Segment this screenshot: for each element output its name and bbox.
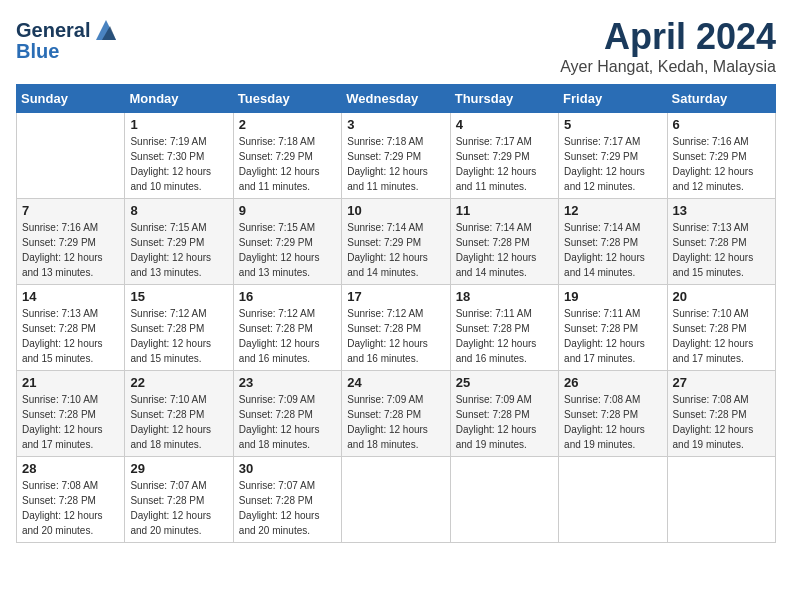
calendar-cell: 8Sunrise: 7:15 AMSunset: 7:29 PMDaylight… bbox=[125, 199, 233, 285]
day-info: Sunrise: 7:10 AMSunset: 7:28 PMDaylight:… bbox=[673, 306, 770, 366]
day-number: 10 bbox=[347, 203, 444, 218]
calendar-cell bbox=[342, 457, 450, 543]
day-number: 14 bbox=[22, 289, 119, 304]
day-number: 18 bbox=[456, 289, 553, 304]
calendar-cell bbox=[17, 113, 125, 199]
header-wednesday: Wednesday bbox=[342, 85, 450, 113]
calendar-cell: 23Sunrise: 7:09 AMSunset: 7:28 PMDayligh… bbox=[233, 371, 341, 457]
day-info: Sunrise: 7:12 AMSunset: 7:28 PMDaylight:… bbox=[347, 306, 444, 366]
day-number: 26 bbox=[564, 375, 661, 390]
month-title: April 2024 bbox=[560, 16, 776, 58]
header-thursday: Thursday bbox=[450, 85, 558, 113]
calendar-cell: 2Sunrise: 7:18 AMSunset: 7:29 PMDaylight… bbox=[233, 113, 341, 199]
day-number: 20 bbox=[673, 289, 770, 304]
calendar-cell: 28Sunrise: 7:08 AMSunset: 7:28 PMDayligh… bbox=[17, 457, 125, 543]
calendar-week-5: 28Sunrise: 7:08 AMSunset: 7:28 PMDayligh… bbox=[17, 457, 776, 543]
calendar-cell: 29Sunrise: 7:07 AMSunset: 7:28 PMDayligh… bbox=[125, 457, 233, 543]
calendar-cell: 10Sunrise: 7:14 AMSunset: 7:29 PMDayligh… bbox=[342, 199, 450, 285]
calendar-cell: 11Sunrise: 7:14 AMSunset: 7:28 PMDayligh… bbox=[450, 199, 558, 285]
day-info: Sunrise: 7:14 AMSunset: 7:28 PMDaylight:… bbox=[456, 220, 553, 280]
day-info: Sunrise: 7:13 AMSunset: 7:28 PMDaylight:… bbox=[22, 306, 119, 366]
calendar-week-3: 14Sunrise: 7:13 AMSunset: 7:28 PMDayligh… bbox=[17, 285, 776, 371]
day-number: 17 bbox=[347, 289, 444, 304]
day-info: Sunrise: 7:07 AMSunset: 7:28 PMDaylight:… bbox=[130, 478, 227, 538]
day-info: Sunrise: 7:15 AMSunset: 7:29 PMDaylight:… bbox=[239, 220, 336, 280]
calendar-cell: 13Sunrise: 7:13 AMSunset: 7:28 PMDayligh… bbox=[667, 199, 775, 285]
calendar-cell: 12Sunrise: 7:14 AMSunset: 7:28 PMDayligh… bbox=[559, 199, 667, 285]
calendar-week-1: 1Sunrise: 7:19 AMSunset: 7:30 PMDaylight… bbox=[17, 113, 776, 199]
day-info: Sunrise: 7:11 AMSunset: 7:28 PMDaylight:… bbox=[564, 306, 661, 366]
day-info: Sunrise: 7:11 AMSunset: 7:28 PMDaylight:… bbox=[456, 306, 553, 366]
day-info: Sunrise: 7:16 AMSunset: 7:29 PMDaylight:… bbox=[22, 220, 119, 280]
calendar-cell: 22Sunrise: 7:10 AMSunset: 7:28 PMDayligh… bbox=[125, 371, 233, 457]
day-info: Sunrise: 7:08 AMSunset: 7:28 PMDaylight:… bbox=[22, 478, 119, 538]
calendar-week-4: 21Sunrise: 7:10 AMSunset: 7:28 PMDayligh… bbox=[17, 371, 776, 457]
page-header: General Blue April 2024 Ayer Hangat, Ked… bbox=[16, 16, 776, 76]
header-sunday: Sunday bbox=[17, 85, 125, 113]
day-info: Sunrise: 7:09 AMSunset: 7:28 PMDaylight:… bbox=[239, 392, 336, 452]
calendar-cell: 3Sunrise: 7:18 AMSunset: 7:29 PMDaylight… bbox=[342, 113, 450, 199]
header-friday: Friday bbox=[559, 85, 667, 113]
calendar-cell: 25Sunrise: 7:09 AMSunset: 7:28 PMDayligh… bbox=[450, 371, 558, 457]
day-number: 5 bbox=[564, 117, 661, 132]
day-number: 4 bbox=[456, 117, 553, 132]
day-number: 29 bbox=[130, 461, 227, 476]
day-number: 12 bbox=[564, 203, 661, 218]
calendar-table: Sunday Monday Tuesday Wednesday Thursday… bbox=[16, 84, 776, 543]
logo-icon bbox=[92, 16, 120, 44]
calendar-cell bbox=[559, 457, 667, 543]
day-number: 28 bbox=[22, 461, 119, 476]
calendar-cell: 20Sunrise: 7:10 AMSunset: 7:28 PMDayligh… bbox=[667, 285, 775, 371]
calendar-cell: 16Sunrise: 7:12 AMSunset: 7:28 PMDayligh… bbox=[233, 285, 341, 371]
calendar-cell: 24Sunrise: 7:09 AMSunset: 7:28 PMDayligh… bbox=[342, 371, 450, 457]
day-number: 16 bbox=[239, 289, 336, 304]
calendar-cell: 15Sunrise: 7:12 AMSunset: 7:28 PMDayligh… bbox=[125, 285, 233, 371]
subtitle: Ayer Hangat, Kedah, Malaysia bbox=[560, 58, 776, 76]
day-number: 21 bbox=[22, 375, 119, 390]
calendar-cell bbox=[667, 457, 775, 543]
day-number: 8 bbox=[130, 203, 227, 218]
day-info: Sunrise: 7:08 AMSunset: 7:28 PMDaylight:… bbox=[564, 392, 661, 452]
day-info: Sunrise: 7:09 AMSunset: 7:28 PMDaylight:… bbox=[347, 392, 444, 452]
calendar-header-row: Sunday Monday Tuesday Wednesday Thursday… bbox=[17, 85, 776, 113]
day-info: Sunrise: 7:18 AMSunset: 7:29 PMDaylight:… bbox=[239, 134, 336, 194]
calendar-cell: 6Sunrise: 7:16 AMSunset: 7:29 PMDaylight… bbox=[667, 113, 775, 199]
calendar-cell: 5Sunrise: 7:17 AMSunset: 7:29 PMDaylight… bbox=[559, 113, 667, 199]
calendar-cell: 26Sunrise: 7:08 AMSunset: 7:28 PMDayligh… bbox=[559, 371, 667, 457]
calendar-cell: 17Sunrise: 7:12 AMSunset: 7:28 PMDayligh… bbox=[342, 285, 450, 371]
logo-general: General bbox=[16, 19, 90, 42]
day-number: 22 bbox=[130, 375, 227, 390]
day-number: 19 bbox=[564, 289, 661, 304]
logo: General Blue bbox=[16, 16, 120, 63]
day-number: 6 bbox=[673, 117, 770, 132]
day-number: 7 bbox=[22, 203, 119, 218]
day-number: 25 bbox=[456, 375, 553, 390]
day-number: 3 bbox=[347, 117, 444, 132]
header-tuesday: Tuesday bbox=[233, 85, 341, 113]
day-info: Sunrise: 7:14 AMSunset: 7:29 PMDaylight:… bbox=[347, 220, 444, 280]
header-monday: Monday bbox=[125, 85, 233, 113]
day-info: Sunrise: 7:12 AMSunset: 7:28 PMDaylight:… bbox=[239, 306, 336, 366]
day-info: Sunrise: 7:10 AMSunset: 7:28 PMDaylight:… bbox=[22, 392, 119, 452]
day-info: Sunrise: 7:18 AMSunset: 7:29 PMDaylight:… bbox=[347, 134, 444, 194]
day-info: Sunrise: 7:07 AMSunset: 7:28 PMDaylight:… bbox=[239, 478, 336, 538]
calendar-cell: 27Sunrise: 7:08 AMSunset: 7:28 PMDayligh… bbox=[667, 371, 775, 457]
day-number: 30 bbox=[239, 461, 336, 476]
day-number: 27 bbox=[673, 375, 770, 390]
day-number: 1 bbox=[130, 117, 227, 132]
day-info: Sunrise: 7:08 AMSunset: 7:28 PMDaylight:… bbox=[673, 392, 770, 452]
title-area: April 2024 Ayer Hangat, Kedah, Malaysia bbox=[560, 16, 776, 76]
day-number: 15 bbox=[130, 289, 227, 304]
day-info: Sunrise: 7:17 AMSunset: 7:29 PMDaylight:… bbox=[564, 134, 661, 194]
day-info: Sunrise: 7:09 AMSunset: 7:28 PMDaylight:… bbox=[456, 392, 553, 452]
calendar-cell: 1Sunrise: 7:19 AMSunset: 7:30 PMDaylight… bbox=[125, 113, 233, 199]
day-number: 23 bbox=[239, 375, 336, 390]
day-number: 13 bbox=[673, 203, 770, 218]
calendar-cell: 30Sunrise: 7:07 AMSunset: 7:28 PMDayligh… bbox=[233, 457, 341, 543]
calendar-cell: 21Sunrise: 7:10 AMSunset: 7:28 PMDayligh… bbox=[17, 371, 125, 457]
day-number: 24 bbox=[347, 375, 444, 390]
day-info: Sunrise: 7:16 AMSunset: 7:29 PMDaylight:… bbox=[673, 134, 770, 194]
day-info: Sunrise: 7:13 AMSunset: 7:28 PMDaylight:… bbox=[673, 220, 770, 280]
day-number: 2 bbox=[239, 117, 336, 132]
calendar-cell bbox=[450, 457, 558, 543]
